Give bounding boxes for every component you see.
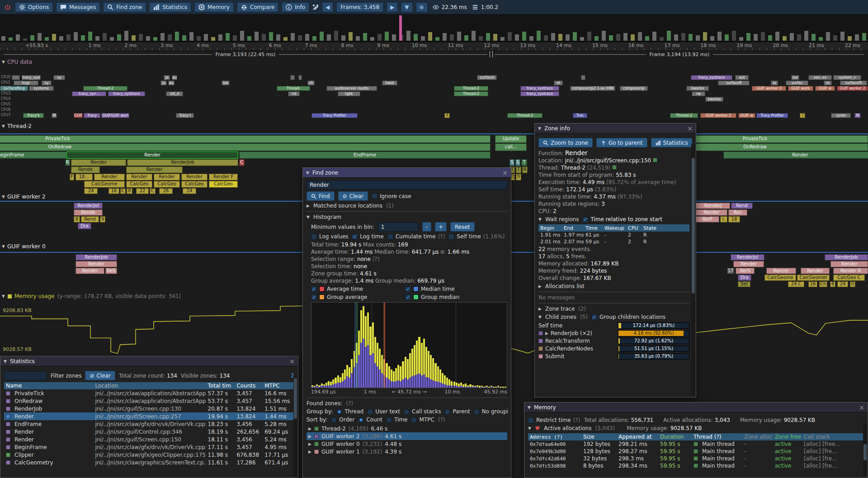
radio-time[interactable]: Time (386, 416, 407, 423)
timeline-zone[interactable]: Ren (728, 209, 747, 216)
cpu-zone[interactable]: au (168, 80, 175, 85)
collapse-icon[interactable]: ▼ (2, 194, 5, 199)
expand-icon[interactable]: ▶ (308, 442, 311, 446)
option-checkbox[interactable]: Cumulate time(?) (387, 233, 445, 240)
statistics-row[interactable]: Renderjni/../jni/src/guif/Screen.cpp:150… (4, 435, 294, 443)
zone-group-row[interactable]: ▶GUIF worker 1(3,192)4.39 s (307, 448, 507, 455)
radio-user-text[interactable]: User text (367, 408, 400, 415)
cpu-zone[interactable]: Tracy I (176, 113, 194, 118)
timeline-zone[interactable]: PrivateTick (0, 135, 491, 143)
timeline-zone[interactable]: RenderJob (75, 254, 117, 260)
cpu-zone[interactable]: kwot (382, 80, 397, 85)
ignore-case-checkbox[interactable]: Ignore case (372, 193, 411, 199)
timeline-zone[interactable]: 24 (84, 188, 98, 194)
cpu-zone[interactable]: l (800, 113, 805, 118)
info-button[interactable]: Info (282, 2, 309, 12)
timeline-zone[interactable]: R (522, 166, 528, 173)
radio-no-groupi[interactable]: No groupi (474, 408, 508, 415)
go-to-parent-button[interactable]: Go to parent (596, 138, 647, 147)
timeline-zone[interactable]: T (521, 159, 527, 166)
collapse-icon[interactable]: ▼ (538, 126, 541, 131)
timeline-zone[interactable]: CalcGeo (154, 181, 180, 188)
scrollbar-thumb[interactable] (863, 444, 867, 460)
statistics-row[interactable]: CalcGeometryjni/../jni/src/claw/graphics… (4, 459, 294, 466)
timeline-zone[interactable]: Rende (71, 166, 100, 173)
column-header[interactable]: Location (93, 383, 206, 389)
wait-region-row[interactable]: 2.01 ms2.07 ms59 μs-2R (538, 238, 689, 245)
expand-icon[interactable]: ▶ (538, 307, 542, 311)
cpu-zone[interactable]: GUIF work (788, 86, 813, 91)
legend-checkbox[interactable]: ✓Median time (405, 286, 495, 292)
timeline-zone[interactable]: 22 (136, 188, 149, 194)
timeline-zone[interactable]: C (150, 188, 156, 194)
collapse-icon[interactable]: ▼ (2, 244, 5, 249)
collapse-icon[interactable]: ▼ (4, 359, 7, 364)
timeline-zone[interactable]: Render (801, 268, 830, 274)
cpu-zone[interactable]: surfacel (477, 75, 497, 80)
timeline-zone[interactable]: CalcGeo C (833, 274, 865, 281)
timeline-zone[interactable]: CalcGeo (209, 181, 238, 188)
scrollbar[interactable] (863, 423, 867, 477)
option-checkbox[interactable]: Log values (311, 233, 348, 240)
column-header[interactable]: Size (581, 434, 617, 440)
cpu-zone[interactable] (581, 75, 585, 80)
address-cell[interactable]: 0x7e049b3d00 (528, 449, 581, 454)
timeline-zone[interactable]: Render (154, 174, 180, 180)
scrollbar-thumb[interactable] (692, 158, 695, 293)
cpu-zone[interactable]: Thread-2 (454, 86, 488, 91)
timeline-zone[interactable]: RenderJol (731, 254, 764, 260)
timeline-zone[interactable]: RerF (696, 216, 719, 222)
timeline-zone[interactable]: OnRedraw (0, 143, 491, 151)
cpu-zone[interactable]: GUIF worker 2 (700, 113, 736, 118)
timeline-zone[interactable]: RenderJol (74, 203, 103, 209)
cpu-zone[interactable]: sen..es (808, 75, 832, 80)
cpu-zone[interactable] (12, 75, 20, 80)
child-zone-row[interactable]: Submit35.63 μs (0.79%) (538, 353, 689, 360)
radio-parent[interactable]: Parent (444, 408, 470, 415)
expand-icon[interactable]: ▶ (308, 450, 311, 454)
cpu-zone[interactable]: kw (222, 80, 230, 85)
min-values-input[interactable]: 1 (378, 222, 419, 232)
scrollbar-thumb[interactable] (294, 378, 297, 419)
cpu-zone[interactable]: Thread- (277, 86, 310, 91)
cpu-zone[interactable] (298, 75, 302, 80)
zone-info-titlebar[interactable]: ▼ Zone info × (535, 123, 696, 133)
cpu-zone[interactable]: sy (42, 80, 52, 85)
cpu-zone[interactable]: M (854, 113, 861, 118)
cpu-zone[interactable]: tracy_systrace (108, 91, 145, 96)
timeline-zone[interactable]: CalcGeo (126, 181, 152, 188)
expand-icon[interactable]: ▶ (307, 204, 310, 208)
allocation-row[interactable]: 0x7dfc42d64032 bytes298.3 ms59.95 sMain … (528, 455, 864, 462)
timeline-zone[interactable]: l. (720, 216, 727, 222)
timeline-zone[interactable]: Rend (81, 216, 99, 222)
cpu-zone[interactable]: systeme (29, 86, 54, 91)
column-header[interactable]: Duration (658, 434, 692, 440)
timeline-zone[interactable]: 18 (728, 216, 740, 222)
column-header[interactable]: Address (?) (528, 434, 581, 440)
address-cell[interactable]: 0x7dfc42d640 (528, 456, 581, 462)
close-icon[interactable]: × (289, 358, 295, 364)
timeline-zone[interactable]: RenderJob (127, 159, 238, 166)
timeline-zone[interactable]: Render (66, 151, 238, 159)
wait-table-header[interactable]: BeginEndTimeWakeupCPUState (538, 224, 689, 232)
cpu-zone[interactable]: audioserver /audio (326, 86, 377, 91)
column-header[interactable]: Wakeup (603, 225, 626, 231)
collapse-icon[interactable]: ▼ (528, 405, 531, 410)
timeline-zone[interactable]: RerS (736, 268, 755, 274)
cpu-zone[interactable]: GUIF worker 0 (752, 86, 786, 91)
legend-checkbox[interactable]: ✓Group average (311, 294, 401, 300)
legend-checkbox[interactable]: ✓Group median (405, 294, 495, 300)
statistics-row[interactable]: PrivateTickjni/../jni/src/claw/applicati… (4, 389, 294, 397)
collapse-icon[interactable]: ▼ (528, 426, 531, 431)
cpu-zone[interactable]: tracy_sysl (22, 75, 41, 80)
cpu-zone[interactable]: cfr (307, 80, 315, 85)
radio-call-stacks[interactable]: Call stacks (404, 408, 441, 415)
cpu-zone[interactable]: ro (824, 80, 832, 85)
timeline-zone[interactable]: Render (126, 174, 152, 180)
timeline-zone[interactable]: Tr (516, 174, 521, 180)
legend-checkbox[interactable]: ✓Average time (311, 286, 401, 292)
call-stack-cell[interactable]: [alloc] [fre... (802, 463, 864, 469)
cpu-zone[interactable]: io (771, 80, 778, 85)
compare-button[interactable]: Compare (237, 2, 278, 12)
cpu-zone[interactable]: tracy_syn... (72, 91, 106, 96)
